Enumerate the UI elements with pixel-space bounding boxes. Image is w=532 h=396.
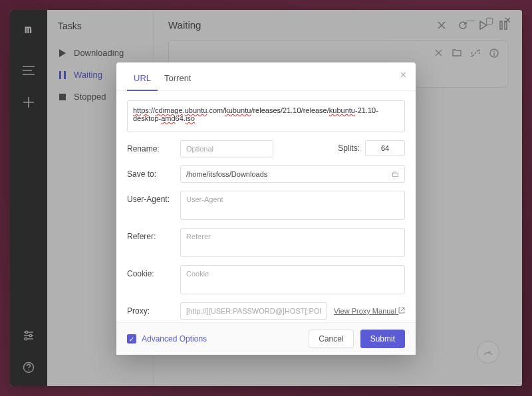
tab-torrent[interactable]: Torrent: [158, 69, 198, 90]
advanced-options-checkbox[interactable]: ✓ Advanced Options: [127, 334, 207, 344]
cookie-input[interactable]: [180, 265, 405, 294]
add-task-modal: URL Torrent × https://cdimage.ubuntu.com…: [116, 62, 416, 355]
folder-icon[interactable]: 🗀: [392, 169, 400, 179]
save-path-input[interactable]: [180, 165, 405, 183]
referer-label: Referer:: [127, 228, 174, 241]
splits-label: Splits:: [338, 144, 360, 153]
advanced-label: Advanced Options: [142, 334, 207, 344]
splits-input[interactable]: 64: [365, 140, 405, 156]
rename-label: Rename:: [127, 140, 174, 153]
proxy-label: Proxy:: [127, 302, 174, 316]
ua-label: User-Agent:: [127, 191, 174, 204]
cancel-button[interactable]: Cancel: [309, 330, 353, 348]
submit-button[interactable]: Submit: [360, 330, 405, 348]
cookie-label: Cookie:: [127, 265, 174, 278]
proxy-manual-link[interactable]: View Proxy Manual: [334, 307, 405, 315]
modal-close-button[interactable]: ×: [400, 69, 406, 81]
proxy-input[interactable]: [180, 302, 327, 320]
user-agent-input[interactable]: [180, 191, 405, 220]
tab-url[interactable]: URL: [127, 69, 158, 91]
url-input[interactable]: https://cdimage.ubuntu.com/kubuntu/relea…: [127, 100, 405, 132]
modal-overlay: URL Torrent × https://cdimage.ubuntu.com…: [0, 0, 532, 396]
save-label: Save to:: [127, 165, 174, 179]
referer-input[interactable]: [180, 228, 405, 257]
check-icon: ✓: [127, 334, 136, 344]
external-link-icon: [398, 307, 405, 314]
rename-input[interactable]: [180, 140, 273, 157]
